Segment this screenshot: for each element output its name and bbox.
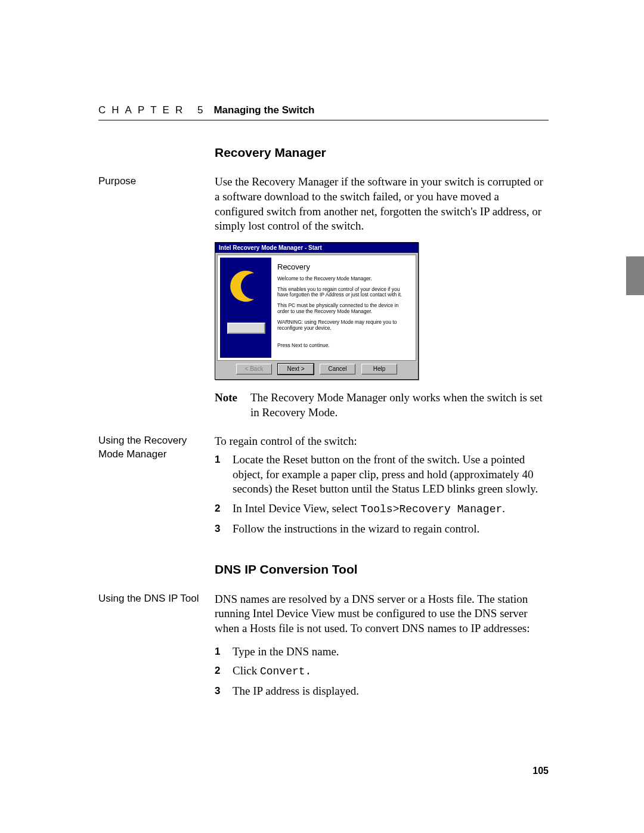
step-text: Type in the DNS name. <box>233 645 549 659</box>
menu-path: Tools>Recovery Manager <box>361 503 503 515</box>
chapter-title: Managing the Switch <box>213 104 314 116</box>
recovery-dialog: Intel Recovery Mode Manager - Start Reco… <box>215 242 419 380</box>
help-button[interactable]: Help <box>361 364 397 374</box>
dialog-sidebar <box>220 258 271 358</box>
margin-label-purpose: Purpose <box>98 175 215 188</box>
purpose-text: Use the Recovery Manager if the software… <box>215 175 549 234</box>
step-number: 1 <box>215 453 233 497</box>
list-item: 2 Click Convert. <box>215 664 549 679</box>
list-item: 3 The IP address is displayed. <box>215 684 549 699</box>
note: Note The Recovery Mode Manager only work… <box>215 391 549 420</box>
section-heading-recovery: Recovery Manager <box>215 144 549 160</box>
step-text: In Intel Device View, select Tools>Recov… <box>233 501 549 516</box>
back-button[interactable]: < Back <box>236 364 272 374</box>
dialog-button-row: < Back Next > Cancel Help <box>215 363 418 379</box>
page-number: 105 <box>532 766 549 776</box>
note-label: Note <box>215 391 250 420</box>
dns-steps: 1 Type in the DNS name. 2 Click Convert.… <box>215 645 549 699</box>
page: CHAPTER 5 Managing the Switch Recovery M… <box>0 0 644 833</box>
recovery-steps: 1 Locate the Reset button on the front o… <box>215 453 549 536</box>
thumb-tab <box>626 256 644 295</box>
list-item: 3 Follow the instructions in the wizard … <box>215 522 549 537</box>
step-number: 1 <box>215 645 233 659</box>
step-number: 2 <box>215 501 233 516</box>
dialog-body: Recovery Welcome to the Recovery Mode Ma… <box>217 255 416 361</box>
dialog-p3: This PC must be physically connected to … <box>277 303 408 315</box>
section-heading-dns: DNS IP Conversion Tool <box>215 561 549 577</box>
dialog-content: Recovery Welcome to the Recovery Mode Ma… <box>271 258 413 358</box>
dialog-p4: WARNING: using Recovery Mode may require… <box>277 320 408 332</box>
dialog-p1: Welcome to the Recovery Mode Manager. <box>277 276 408 282</box>
chapter-label: CHAPTER 5 <box>98 104 209 116</box>
step-number: 3 <box>215 522 233 537</box>
step-number: 2 <box>215 664 233 679</box>
crescent-icon <box>227 268 263 304</box>
list-item: 2 In Intel Device View, select Tools>Rec… <box>215 501 549 516</box>
step-text: Locate the Reset button on the front of … <box>233 453 549 497</box>
dialog-heading: Recovery <box>277 262 408 272</box>
content: Recovery Manager Purpose Use the Recover… <box>98 144 549 703</box>
header-rule <box>98 120 549 120</box>
page-header: CHAPTER 5 Managing the Switch <box>98 104 549 116</box>
step-number: 3 <box>215 684 233 699</box>
step-text: Follow the instructions in the wizard to… <box>233 522 549 537</box>
list-item: 1 Locate the Reset button on the front o… <box>215 453 549 497</box>
command-name: Convert. <box>260 665 311 677</box>
next-button[interactable]: Next > <box>278 364 314 374</box>
using-recovery-intro: To regain control of the switch: <box>215 434 549 449</box>
dialog-p5: Press Next to continue. <box>277 343 408 349</box>
dialog-titlebar: Intel Recovery Mode Manager - Start <box>215 243 418 253</box>
cancel-button[interactable]: Cancel <box>320 364 355 374</box>
dialog-p2: This enables you to regain control of yo… <box>277 287 408 299</box>
list-item: 1 Type in the DNS name. <box>215 645 549 659</box>
step-text: Click Convert. <box>233 664 549 679</box>
note-text: The Recovery Mode Manager only works whe… <box>250 391 549 420</box>
step-text: The IP address is displayed. <box>233 684 549 699</box>
margin-label-using-recovery: Using the Recovery Mode Manager <box>98 434 215 462</box>
device-icon <box>227 323 265 334</box>
margin-label-using-dns: Using the DNS IP Tool <box>98 592 215 606</box>
dns-intro: DNS names are resolved by a DNS server o… <box>215 592 549 636</box>
